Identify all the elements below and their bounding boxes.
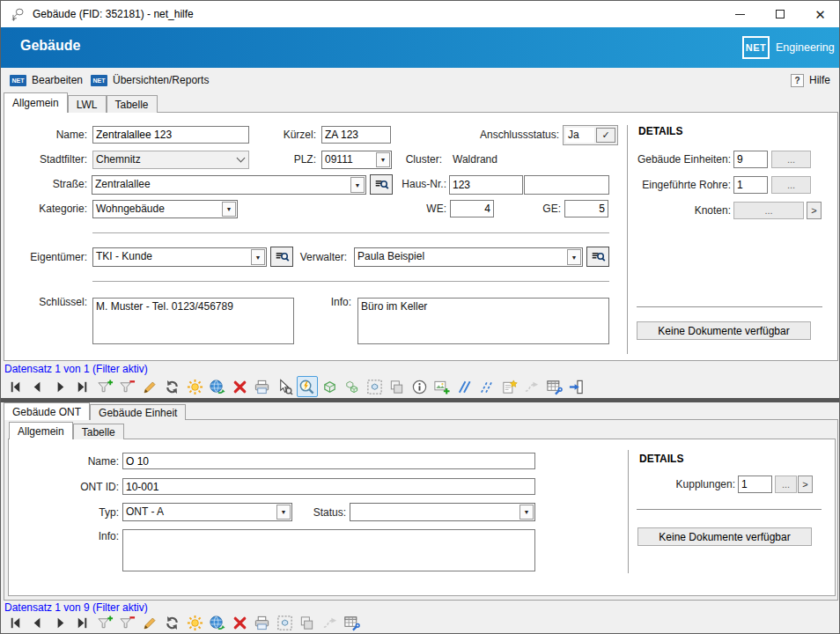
anschlussstatus-value[interactable]: Ja xyxy=(565,128,594,143)
nav-first-icon[interactable] xyxy=(4,612,26,633)
ont-id-input[interactable] xyxy=(122,478,535,495)
eingefuehrte-rohre-input[interactable] xyxy=(733,176,768,194)
tab-ont-allgemein[interactable]: Allgemein xyxy=(9,422,73,439)
nav-prev-icon[interactable] xyxy=(27,376,48,397)
documents-button[interactable]: Keine Dokumente verfügbar xyxy=(637,321,811,340)
minimize-button[interactable] xyxy=(719,1,760,27)
knoten-more-button[interactable]: ... xyxy=(733,202,804,219)
highlight-sun-icon[interactable] xyxy=(184,376,205,397)
nav-prev-icon[interactable] xyxy=(27,612,48,633)
filter-add-icon[interactable] xyxy=(94,376,115,397)
strasse-search-button[interactable] xyxy=(370,174,393,195)
highlight-sun-icon[interactable] xyxy=(184,612,205,633)
eigentuemer-combobox[interactable]: TKI - Kunde ▼ xyxy=(92,247,267,267)
dropdown-arrow-icon[interactable]: ▼ xyxy=(519,505,534,520)
nav-next-icon[interactable] xyxy=(49,612,70,633)
dropdown-arrow-icon[interactable]: ▼ xyxy=(350,177,365,193)
eigentuemer-search-button[interactable] xyxy=(270,247,293,267)
tab-ont-tabelle[interactable]: Tabelle xyxy=(73,424,124,439)
menu-item-uebersichten-reports[interactable]: NET Übersichten/Reports xyxy=(91,72,209,88)
strasse-combobox[interactable]: Zentralallee ▼ xyxy=(92,175,366,195)
net-badge-icon: NET xyxy=(10,75,26,86)
kuerzel-input[interactable] xyxy=(321,126,391,144)
tab-tabelle[interactable]: Tabelle xyxy=(107,95,158,113)
plz-combobox[interactable]: 09111 ▼ xyxy=(321,151,392,169)
print-icon[interactable] xyxy=(252,612,273,633)
filter-add-icon[interactable] xyxy=(94,612,115,633)
dropdown-arrow-icon[interactable]: ▼ xyxy=(222,202,236,217)
nav-last-icon[interactable] xyxy=(72,612,93,633)
chevron-down-icon[interactable] xyxy=(232,151,248,168)
info-textarea[interactable]: Büro im Keller xyxy=(357,298,609,344)
ont-status-combobox[interactable]: ▼ xyxy=(350,503,535,521)
select-zoom-icon[interactable] xyxy=(274,376,295,397)
dropdown-arrow-icon[interactable]: ▼ xyxy=(276,505,291,520)
dropdown-arrow-icon[interactable]: ▼ xyxy=(251,249,265,265)
note-star-icon[interactable] xyxy=(498,376,519,397)
globe-refresh-icon[interactable] xyxy=(207,612,228,633)
table-wrench-icon[interactable] xyxy=(342,612,363,633)
route-dashed-icon[interactable] xyxy=(521,376,542,397)
maximize-button[interactable] xyxy=(760,1,800,27)
eingefuehrte-rohre-more-button[interactable]: ... xyxy=(771,176,811,194)
ont-info-textarea[interactable] xyxy=(122,529,535,571)
hausnr-input[interactable] xyxy=(449,175,523,195)
anschlussstatus-checkbox[interactable]: ✓ xyxy=(596,128,615,143)
info-icon[interactable] xyxy=(409,376,430,397)
tab-gebaeude-einheit[interactable]: Gebäude Einheit xyxy=(90,404,186,420)
nav-first-icon[interactable] xyxy=(4,376,26,397)
region-select-icon[interactable] xyxy=(274,612,295,633)
tab-gebaeude-ont[interactable]: Gebäude ONT xyxy=(4,402,90,420)
polygon-icon[interactable] xyxy=(319,376,340,397)
lines-icon[interactable] xyxy=(453,376,475,397)
tab-allgemein[interactable]: Allgemein xyxy=(4,92,68,113)
knoten-arrow-button[interactable]: > xyxy=(807,202,822,219)
close-button[interactable]: ✕ xyxy=(800,1,840,27)
ont-name-input[interactable] xyxy=(122,453,535,469)
delete-x-icon[interactable] xyxy=(229,376,250,397)
tab-label: Tabelle xyxy=(82,426,115,439)
table-wrench-icon[interactable] xyxy=(543,376,564,397)
nav-last-icon[interactable] xyxy=(72,376,93,397)
kupplungen-input[interactable] xyxy=(738,476,772,493)
we-input[interactable] xyxy=(450,200,494,217)
edit-pencil-icon[interactable] xyxy=(139,612,160,633)
globe-refresh-icon[interactable] xyxy=(207,376,228,397)
nav-next-icon[interactable] xyxy=(49,376,70,397)
exit-door-icon[interactable] xyxy=(566,376,587,397)
image-add-icon[interactable] xyxy=(431,376,453,397)
ont-documents-button[interactable]: Keine Dokumente verfügbar xyxy=(637,527,812,546)
delete-x-icon[interactable] xyxy=(229,612,250,633)
filter-remove-icon[interactable] xyxy=(117,376,138,397)
menu-item-hilfe[interactable]: ? Hilfe xyxy=(791,72,830,88)
route-dashed-icon[interactable] xyxy=(319,612,340,633)
lines-dashed-icon[interactable] xyxy=(476,376,497,397)
hausnr-suffix-input[interactable] xyxy=(524,175,609,195)
refresh-icon[interactable] xyxy=(162,376,183,397)
region-select-icon[interactable] xyxy=(364,376,385,397)
gebaeude-einheiten-input[interactable] xyxy=(733,151,768,168)
dropdown-arrow-icon[interactable]: ▼ xyxy=(567,249,581,265)
kupplungen-more-button[interactable]: ... xyxy=(775,476,797,493)
stadtfilter-combobox[interactable]: Chemnitz xyxy=(92,151,249,169)
ont-typ-combobox[interactable]: ONT - A ▼ xyxy=(122,503,292,521)
ge-input[interactable] xyxy=(564,200,608,217)
edit-pencil-icon[interactable] xyxy=(139,376,160,397)
polygons-icon[interactable] xyxy=(342,376,363,397)
copy-shapes-icon[interactable] xyxy=(297,612,318,633)
gebaeude-einheiten-more-button[interactable]: ... xyxy=(771,151,811,168)
kupplungen-arrow-button[interactable]: > xyxy=(798,476,813,493)
tab-lwl[interactable]: LWL xyxy=(68,95,107,113)
verwalter-search-button[interactable] xyxy=(586,247,609,267)
name-input[interactable] xyxy=(92,126,249,144)
verwalter-combobox[interactable]: Paula Beispiel ▼ xyxy=(354,247,583,267)
menu-item-bearbeiten[interactable]: NET Bearbeiten xyxy=(10,72,83,88)
copy-shapes-icon[interactable] xyxy=(387,376,408,397)
filter-remove-icon[interactable] xyxy=(117,612,138,633)
schluessel-textarea[interactable]: M. Muster - Tel. 0123/456789 xyxy=(92,298,294,344)
kategorie-combobox[interactable]: Wohngebäude ▼ xyxy=(92,200,238,218)
print-icon[interactable] xyxy=(252,376,273,397)
refresh-icon[interactable] xyxy=(162,612,183,633)
separator xyxy=(637,306,822,307)
zoom-flash-icon[interactable] xyxy=(297,376,318,397)
